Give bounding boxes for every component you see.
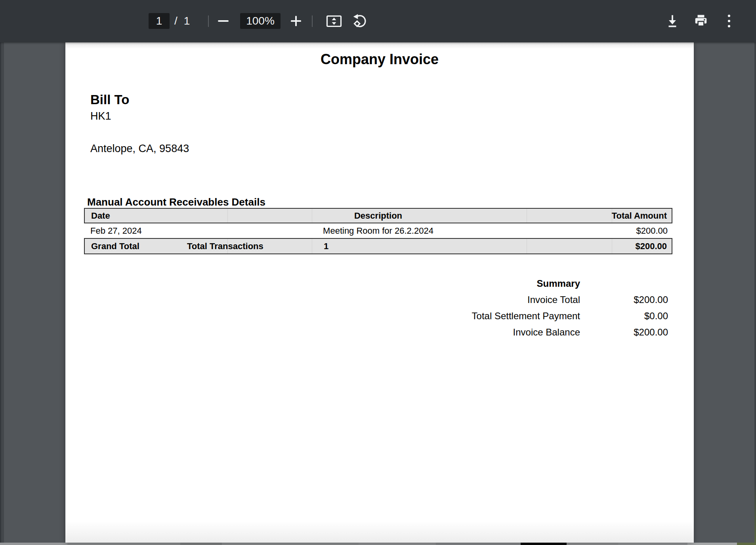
header-total-amount: Total Amount [612, 209, 667, 223]
total-settlement-payment-value: $0.00 [580, 308, 668, 324]
fit-to-page-button[interactable] [325, 13, 343, 29]
download-button[interactable] [663, 13, 682, 29]
summary-heading-spacer [580, 275, 668, 292]
rotate-counterclockwise-icon [352, 13, 367, 29]
viewer-left-edge [0, 42, 4, 543]
table-row: Feb 27, 2024 Meeting Room for 26.2.2024 … [84, 223, 672, 238]
bill-to-name: HK1 [90, 109, 111, 123]
row-description: Meeting Room for 26.2.2024 [84, 223, 672, 238]
rotate-button[interactable] [350, 13, 368, 29]
invoice-total-value: $200.00 [580, 292, 668, 308]
more-options-icon [727, 13, 731, 29]
toolbar-separator [312, 15, 313, 27]
plus-icon [290, 15, 302, 27]
total-transactions-count: 1 [324, 239, 328, 253]
invoice-total-label: Invoice Total [65, 292, 580, 308]
summary-heading-row: Summary [65, 275, 668, 292]
summary-section: Summary Invoice Total $200.00 Total Sett… [65, 275, 668, 340]
receivables-table: Date Description Total Amount Feb 27, 20… [84, 208, 672, 254]
page-total: 1 [184, 13, 191, 29]
table-grand-total-row: Grand Total Total Transactions 1 $200.00 [84, 238, 672, 254]
viewer-right-edge[interactable] [754, 42, 756, 543]
summary-heading: Summary [65, 275, 580, 292]
zoom-level-display[interactable]: 100% [240, 13, 281, 29]
pdf-toolbar: 1 / 1 100% [0, 0, 756, 42]
print-button[interactable] [692, 13, 710, 29]
bill-to-heading: Bill To [90, 91, 129, 108]
zoom-out-button[interactable] [214, 13, 232, 29]
page-divider: / [174, 13, 178, 29]
download-icon [665, 13, 680, 29]
total-settlement-payment-label: Total Settlement Payment [65, 308, 580, 324]
fit-to-page-icon [326, 15, 342, 27]
column-divider [612, 239, 612, 253]
page-number-input[interactable]: 1 [149, 13, 170, 29]
dock-edge [0, 543, 756, 545]
toolbar-separator [208, 15, 209, 27]
invoice-balance-label: Invoice Balance [65, 324, 580, 340]
summary-row: Invoice Balance $200.00 [65, 324, 668, 340]
receivables-section-heading: Manual Account Receivables Details [87, 195, 265, 209]
zoom-in-button[interactable] [287, 13, 305, 29]
summary-row: Total Settlement Payment $0.00 [65, 308, 668, 324]
document-page: Company Invoice Bill To HK1 Antelope, CA… [65, 42, 694, 543]
row-amount: $200.00 [636, 223, 668, 238]
grand-total-amount: $200.00 [635, 239, 667, 253]
minus-icon [218, 20, 229, 22]
table-header-row: Date Description Total Amount [84, 208, 672, 223]
page-count: / 1 [174, 13, 191, 29]
print-icon [693, 13, 708, 29]
total-transactions-label: Total Transactions [187, 239, 263, 253]
bill-to-address: Antelope, CA, 95843 [90, 141, 189, 156]
invoice-title: Company Invoice [65, 51, 694, 68]
summary-row: Invoice Total $200.00 [65, 292, 668, 308]
column-divider [527, 239, 527, 253]
header-description: Description [85, 209, 672, 223]
column-divider [312, 239, 312, 253]
more-options-button[interactable] [721, 13, 737, 29]
grand-total-label: Grand Total [91, 239, 139, 253]
invoice-balance-value: $200.00 [580, 324, 668, 340]
